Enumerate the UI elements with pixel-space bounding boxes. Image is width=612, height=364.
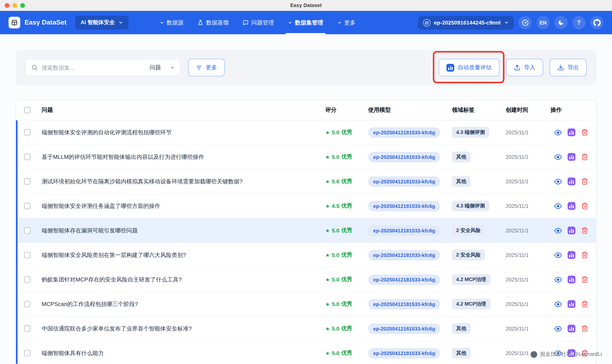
question-text[interactable]: 端侧智能体存在漏洞可能引发哪些问题 — [42, 227, 138, 234]
model-badge: ep-20250412181533-kfc6g — [368, 152, 440, 162]
search-scope-dropdown[interactable]: 问题 — [150, 64, 174, 71]
search-scope-label: 问题 — [150, 64, 161, 71]
question-text[interactable]: 端侧智能体安全评测的自动化评测流程包括哪些环节 — [42, 129, 172, 135]
evaluate-button[interactable] — [568, 300, 575, 308]
question-text[interactable]: 测试环境初始化环节在隔离沙箱内模拟真实移动设备环境需要加载哪些关键数据? — [42, 178, 242, 184]
star-icon: ★ — [325, 252, 330, 258]
delete-button[interactable] — [581, 153, 588, 160]
question-text[interactable]: 端侧智能体安全风险类别在第一层构建了哪六大风险类别? — [42, 252, 186, 258]
delete-button[interactable] — [581, 300, 588, 308]
evaluate-button[interactable] — [568, 178, 575, 185]
delete-button[interactable] — [581, 325, 588, 332]
view-button[interactable] — [554, 202, 562, 210]
delete-button[interactable] — [581, 251, 588, 259]
row-checkbox[interactable] — [24, 227, 30, 234]
table-row: 端侧智能体具有什么能力 ★ 5.0 优秀 ep-20250412181533-k… — [16, 341, 596, 364]
created-date: 2025/11/1 — [503, 252, 547, 258]
language-toggle-button[interactable]: EN — [536, 16, 550, 29]
nav-item-question-management[interactable]: 问题管理 — [243, 11, 274, 34]
row-checkbox[interactable] — [24, 252, 30, 258]
domain-tag: 2 安全风险 — [452, 249, 485, 260]
star-icon: ★ — [325, 277, 330, 282]
view-button[interactable] — [554, 251, 562, 259]
question-text[interactable]: MCPScan的工作流程包括哪三个阶段? — [42, 301, 138, 307]
question-text[interactable]: 端侧智能体安全评测任务涵盖了哪些方面的操作 — [42, 203, 160, 209]
model-badge: ep-20250412181533-kfc6g — [368, 225, 440, 236]
traffic-lights — [0, 3, 25, 8]
view-button[interactable] — [554, 300, 562, 308]
delete-button[interactable] — [581, 129, 588, 136]
question-text[interactable]: 蚂蚁集团针对MCP存在的安全风险自主研发了什么工具? — [42, 276, 182, 282]
star-icon: ★ — [325, 301, 330, 307]
delete-button[interactable] — [581, 227, 588, 234]
row-checkbox[interactable] — [24, 325, 30, 332]
theme-toggle-button[interactable] — [554, 16, 568, 29]
view-button[interactable] — [554, 178, 562, 185]
select-all-checkbox[interactable] — [24, 107, 30, 113]
question-text[interactable]: 端侧智能体具有什么能力 — [42, 350, 104, 356]
evaluate-button[interactable] — [568, 325, 575, 332]
row-checkbox[interactable] — [24, 276, 30, 283]
view-button[interactable] — [554, 227, 562, 234]
search-input[interactable] — [42, 65, 146, 71]
import-button[interactable]: 导入 — [506, 59, 543, 76]
score-value: 5.0 — [332, 325, 339, 332]
help-button[interactable]: ? — [572, 16, 585, 29]
score-cell: ★ 5.0 优秀 — [308, 350, 360, 357]
evaluate-button[interactable] — [568, 129, 575, 136]
score-grade: 优秀 — [341, 276, 352, 283]
auto-quality-eval-button[interactable]: 自动质量评估 — [439, 59, 499, 76]
nav-item-data-distill[interactable]: 数据蒸馏 — [198, 11, 229, 34]
row-actions — [547, 153, 596, 161]
view-button[interactable] — [554, 129, 562, 136]
zoom-window-button[interactable] — [20, 3, 25, 8]
more-filters-button[interactable]: 更多 — [188, 59, 225, 76]
evaluate-button[interactable] — [568, 251, 575, 259]
question-text[interactable]: 基于MLLM的评估环节能对智能体输出内容以及行为进行哪些操作 — [42, 154, 204, 160]
created-date: 2025/11/1 — [503, 326, 547, 331]
nav-items: 数据源 数据蒸馏 问题管理 数据集管理 更多 — [160, 11, 356, 34]
close-window-button[interactable] — [5, 3, 9, 8]
nav-item-label: 数据集管理 — [295, 19, 323, 26]
domain-tag: 2 安全风险 — [452, 225, 485, 236]
score-value: 5.0 — [332, 129, 339, 135]
nav-item-label: 数据源 — [167, 19, 184, 26]
delete-button[interactable] — [581, 276, 588, 283]
nav-item-dataset-management[interactable]: 数据集管理 — [288, 11, 323, 34]
view-button[interactable] — [554, 276, 562, 283]
row-checkbox[interactable] — [24, 129, 30, 135]
toolbar-right: 自动质量评估 导入 导出 — [439, 59, 587, 76]
minimize-window-button[interactable] — [13, 3, 17, 8]
view-button[interactable] — [554, 325, 562, 332]
view-button[interactable] — [554, 153, 562, 161]
export-button[interactable]: 导出 — [550, 59, 587, 76]
model-badge: ep-20250412181533-kfc6g — [368, 176, 440, 187]
delete-button[interactable] — [581, 202, 588, 209]
delete-button[interactable] — [581, 178, 588, 185]
nav-item-label: 问题管理 — [251, 19, 274, 26]
domain-tag: 4.2 MCP治理 — [452, 274, 490, 285]
model-selector[interactable]: @ ep-20250916144245-c9nnl — [418, 16, 514, 29]
model-selector-label: ep-20250916144245-c9nnl — [434, 19, 501, 26]
evaluate-button[interactable] — [568, 276, 575, 283]
github-button[interactable] — [590, 16, 603, 29]
table-header: 问题 评分 使用模型 领域标签 创建时间 操作 — [16, 100, 596, 120]
domain-tag: 4.2 MCP治理 — [452, 299, 490, 310]
titlebar: Easy Dataset — [0, 0, 612, 11]
nav-item-data-source[interactable]: 数据源 — [160, 11, 184, 34]
row-checkbox[interactable] — [24, 301, 30, 307]
evaluate-button[interactable] — [568, 153, 575, 161]
row-checkbox[interactable] — [24, 350, 30, 356]
project-selector[interactable]: AI 智能体安全 — [75, 15, 128, 30]
evaluate-button[interactable] — [568, 202, 575, 210]
row-checkbox[interactable] — [24, 154, 30, 160]
row-checkbox[interactable] — [24, 178, 30, 184]
nav-item-more[interactable]: 更多 — [337, 11, 356, 34]
evaluate-button[interactable] — [568, 227, 575, 234]
task-status-button[interactable] — [519, 16, 532, 29]
score-grade: 优秀 — [341, 325, 352, 332]
question-text[interactable]: 中国信通院联合多少家单位发布了业界首个智能体安全标准? — [42, 325, 192, 331]
created-date: 2025/11/1 — [503, 301, 547, 307]
row-checkbox[interactable] — [24, 203, 30, 209]
table-row: 中国信通院联合多少家单位发布了业界首个智能体安全标准? ★ 5.0 优秀 ep-… — [16, 316, 596, 341]
